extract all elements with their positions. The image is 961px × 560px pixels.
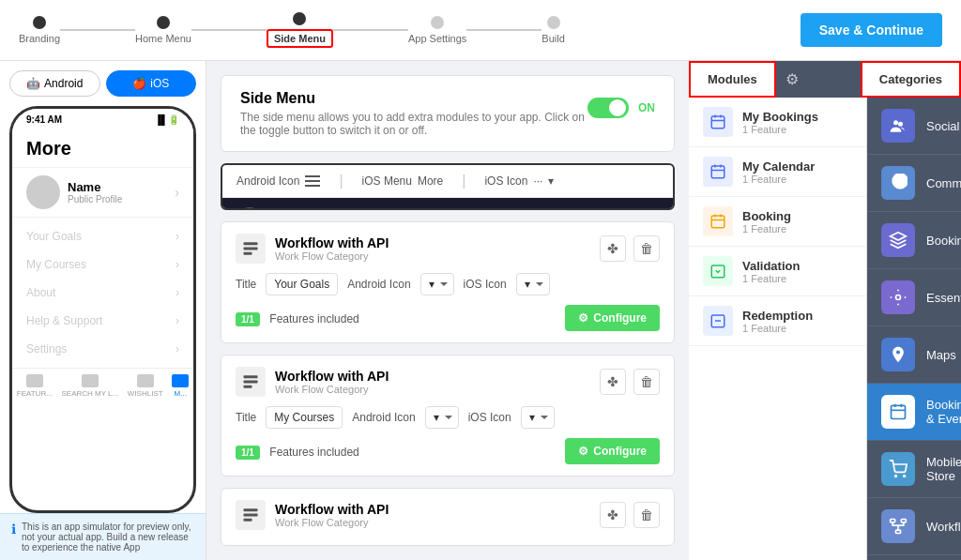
nav-icon-search — [82, 374, 99, 387]
category-item-bookings-events[interactable]: Bookings & Events — [867, 384, 961, 441]
svg-rect-1 — [244, 248, 258, 250]
step-circle-branding — [33, 16, 46, 29]
config-icon-row: Android Icon | iOS Menu More | iOS Icon … — [222, 165, 673, 198]
module-title-my-bookings: My Bookings — [742, 110, 818, 124]
nav-item-more: M... — [172, 374, 189, 398]
category-label-essentials: Essentials — [926, 291, 961, 305]
workflow-card-1: Workflow with API Work Flow Category ✤ 🗑… — [221, 355, 675, 477]
svg-rect-4 — [244, 381, 258, 384]
android-label: Android — [44, 77, 83, 90]
side-menu-section: Side Menu The side menu allows you to ad… — [221, 75, 675, 152]
step-label-app-settings: App Settings — [408, 33, 466, 44]
ios-tab[interactable]: 🍎 iOS — [106, 70, 197, 97]
workflow-title-1: Workflow with API — [275, 369, 389, 384]
nav-item-features: FEATUR... — [17, 374, 53, 398]
right-panel-tabs: Modules ⚙ Categories — [689, 61, 961, 98]
module-item-booking[interactable]: Booking 1 Feature — [689, 197, 866, 247]
module-item-my-bookings[interactable]: My Bookings 1 Feature — [689, 98, 866, 147]
nav-item-search: SEARCH MY L... — [61, 374, 118, 398]
step-label-branding: Branding — [19, 33, 60, 44]
module-title-booking: Booking — [742, 209, 791, 223]
workflow-delete-button-0[interactable]: 🗑 — [633, 235, 660, 262]
right-panel: Modules ⚙ Categories My Bookings 1 F — [689, 61, 961, 560]
gear-icon: ⚙ — [578, 311, 588, 325]
module-icon-my-calendar — [703, 157, 733, 187]
phone-frame: 9:41 AM ▐▌🔋 More Name Public Profile › Y… — [9, 106, 196, 513]
workflow-delete-button-1[interactable]: 🗑 — [633, 369, 660, 395]
step-label-home: Home Menu — [135, 33, 191, 44]
category-label-booking-cat: Booking — [926, 234, 961, 248]
ios-icon-select-0[interactable]: ▾ — [516, 273, 550, 295]
android-icon-select-0[interactable]: ▾ — [420, 273, 454, 295]
side-menu-title: Side Menu — [240, 90, 587, 107]
category-item-social[interactable]: Social — [867, 98, 961, 155]
nav-icon-features — [26, 374, 43, 387]
category-item-pages[interactable]: Pages — [867, 555, 961, 560]
chevron-right-icon: › — [175, 185, 179, 200]
profile-sub: Public Profile — [68, 194, 122, 204]
avatar — [26, 175, 60, 209]
user-profile-icon: 👤 — [236, 207, 263, 210]
essentials-icon — [881, 280, 915, 314]
side-menu-toggle[interactable] — [587, 98, 629, 118]
ios-menu-label: iOS Menu — [362, 174, 412, 188]
menu-item-my-courses: My Courses› — [12, 250, 193, 279]
menu-item-about: About› — [12, 279, 193, 307]
android-icon: 🤖 — [26, 77, 40, 90]
step-line-3 — [333, 29, 408, 31]
configure-button-1[interactable]: ⚙ Configure — [565, 438, 660, 464]
category-item-maps[interactable]: Maps — [867, 326, 961, 384]
side-menu-config: Android Icon | iOS Menu More | iOS Icon … — [221, 163, 675, 210]
module-sub-my-bookings: 1 Feature — [742, 124, 818, 135]
maps-icon — [881, 338, 915, 371]
category-item-booking-cat[interactable]: Booking — [867, 212, 961, 269]
configure-button-0[interactable]: ⚙ Configure — [565, 305, 660, 331]
ios-icon-label: iOS Icon — [484, 174, 527, 188]
category-label-bookings-events: Bookings & Events — [926, 398, 961, 426]
workflow-move-button-1[interactable]: ✤ — [600, 369, 626, 395]
workflow-delete-button-2[interactable]: 🗑 — [633, 502, 660, 528]
svg-point-32 — [895, 476, 897, 477]
module-item-my-calendar[interactable]: My Calendar 1 Feature — [689, 147, 866, 197]
svg-rect-28 — [892, 405, 906, 418]
step-circle-side-menu — [293, 12, 306, 25]
module-icon-my-bookings — [703, 107, 733, 137]
workflow-move-button-0[interactable]: ✤ — [600, 235, 626, 262]
phone-simulator-panel: 🤖 Android 🍎 iOS 9:41 AM ▐▌🔋 More Name Pu… — [0, 61, 206, 560]
apple-icon: 🍎 — [132, 77, 146, 90]
modules-list: My Bookings 1 Feature My Calendar 1 Feat… — [689, 98, 867, 560]
step-label-build: Build — [542, 33, 564, 44]
svg-point-33 — [904, 476, 906, 477]
categories-tab[interactable]: Categories — [861, 61, 961, 98]
modules-tab[interactable]: Modules — [689, 61, 776, 98]
module-item-validation[interactable]: Validation 1 Feature — [689, 247, 866, 296]
svg-point-24 — [893, 120, 898, 125]
category-item-mobile-store[interactable]: Mobile Store — [867, 441, 961, 498]
dropdown-arrow-icon[interactable]: ▾ — [548, 174, 554, 188]
workflow-sub-0: Work Flow Category — [275, 250, 389, 262]
category-item-workflow[interactable]: Workflow — [867, 498, 961, 555]
ios-icon-select-1[interactable]: ▾ — [521, 406, 555, 429]
step-label-side-menu: Side Menu — [267, 29, 333, 48]
workflow-cat-icon — [881, 509, 915, 543]
booking-cat-icon — [881, 223, 915, 257]
steps-nav: Branding Home Menu Side Menu App Setting… — [19, 12, 565, 48]
phone-status-bar: 9:41 AM ▐▌🔋 — [12, 109, 193, 130]
category-item-essentials[interactable]: Essentials — [867, 269, 961, 326]
category-item-communication[interactable]: Communication — [867, 155, 961, 212]
modules-tab-label: Modules — [708, 72, 757, 86]
svg-rect-35 — [901, 520, 906, 522]
module-item-redemption[interactable]: Redemption 1 Feature — [689, 296, 866, 346]
save-continue-button[interactable]: Save & Continue — [801, 13, 942, 47]
gear-settings-icon[interactable]: ⚙ — [776, 61, 808, 98]
android-tab[interactable]: 🤖 Android — [9, 70, 100, 97]
main-content: 🤖 Android 🍎 iOS 9:41 AM ▐▌🔋 More Name Pu… — [0, 61, 961, 560]
module-icon-booking — [703, 206, 733, 236]
user-profile-toggle[interactable]: ON — [612, 209, 659, 210]
workflow-move-button-2[interactable]: ✤ — [600, 502, 626, 528]
ios-icon-field-label-1: iOS Icon — [468, 411, 511, 424]
mobile-store-icon — [881, 452, 915, 486]
android-icon-select-1[interactable]: ▾ — [425, 406, 459, 429]
workflow-card-2: Workflow with API Work Flow Category ✤ 🗑 — [221, 488, 675, 546]
communication-icon — [881, 166, 915, 200]
